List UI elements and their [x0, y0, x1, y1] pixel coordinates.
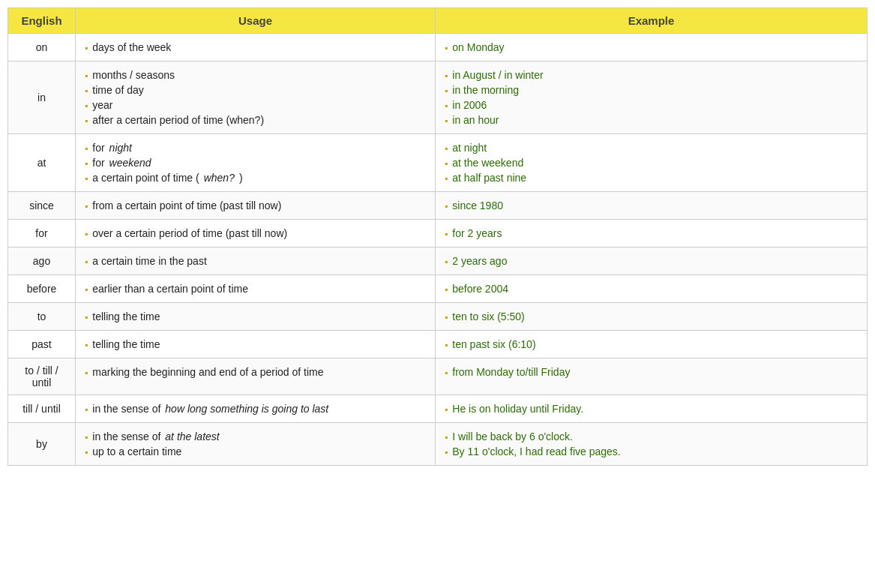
example-item: at the weekend	[445, 155, 858, 170]
usage-cell: days of the week	[76, 34, 436, 62]
usage-item: year	[85, 98, 426, 112]
english-cell: on	[8, 34, 76, 62]
usage-item: earlier than a certain point of time	[85, 281, 426, 296]
usage-cell: in the sense of how long something is go…	[76, 395, 436, 423]
usage-item: telling the time	[85, 309, 426, 324]
usage-item: up to a certain time	[85, 444, 426, 459]
usage-cell: over a certain period of time (past till…	[76, 220, 436, 248]
usage-item: in the sense of at the latest	[85, 429, 426, 444]
example-cell: at nightat the weekendat half past nine	[436, 134, 868, 192]
english-cell: to / till / until	[8, 358, 76, 395]
usage-cell: months / seasonstime of dayyearafter a c…	[76, 62, 436, 134]
usage-cell: in the sense of at the latestup to a cer…	[76, 423, 436, 466]
example-cell: since 1980	[436, 192, 868, 220]
usage-cell: telling the time	[76, 303, 436, 331]
example-item: on Monday	[445, 40, 858, 55]
example-item: 2 years ago	[445, 254, 858, 268]
table-row: inmonths / seasonstime of dayyearafter a…	[8, 62, 868, 134]
english-cell: ago	[8, 248, 76, 275]
example-item: in August / in winter	[445, 68, 858, 82]
example-cell: I will be back by 6 o'clock.By 11 o'cloc…	[436, 423, 868, 466]
usage-item: time of day	[85, 82, 426, 98]
example-item: ten past six (6:10)	[445, 337, 858, 352]
example-cell: for 2 years	[436, 220, 868, 248]
table-row: totelling the timeten to six (5:50)	[8, 303, 868, 331]
example-cell: ten past six (6:10)	[436, 331, 868, 358]
example-cell: before 2004	[436, 275, 868, 303]
english-cell: by	[8, 423, 76, 466]
example-item: from Monday to/till Friday	[445, 364, 858, 380]
usage-cell: for nightfor weekenda certain point of t…	[76, 134, 436, 192]
usage-item: for weekend	[85, 155, 426, 170]
usage-cell: a certain time in the past	[76, 248, 436, 275]
usage-cell: telling the time	[76, 331, 436, 358]
english-cell: till / until	[8, 395, 76, 423]
english-cell: in	[8, 62, 76, 134]
header-example: Example	[436, 8, 868, 34]
usage-item: after a certain period of time (when?)	[85, 112, 426, 128]
usage-item: over a certain period of time (past till…	[85, 226, 426, 241]
header-english: English	[8, 8, 76, 34]
table-row: agoa certain time in the past2 years ago	[8, 248, 868, 275]
table-row: pasttelling the timeten past six (6:10)	[8, 331, 868, 358]
usage-item: from a certain point of time (past till …	[85, 198, 426, 213]
table-row: sincefrom a certain point of time (past …	[8, 192, 868, 220]
example-item: in an hour	[445, 112, 858, 128]
table-row: beforeearlier than a certain point of ti…	[8, 275, 868, 303]
example-item: in the morning	[445, 82, 858, 98]
english-cell: to	[8, 303, 76, 331]
example-cell: in August / in winterin the morningin 20…	[436, 62, 868, 134]
usage-cell: from a certain point of time (past till …	[76, 192, 436, 220]
usage-item: days of the week	[85, 40, 426, 55]
english-cell: past	[8, 331, 76, 358]
table-row: till / untilin the sense of how long som…	[8, 395, 868, 423]
english-cell: for	[8, 220, 76, 248]
usage-item: a certain point of time (when?)	[85, 170, 426, 185]
english-cell: before	[8, 275, 76, 303]
usage-item: months / seasons	[85, 68, 426, 82]
example-item: at night	[445, 140, 858, 155]
example-cell: on Monday	[436, 34, 868, 62]
usage-cell: marking the beginning and end of a perio…	[76, 358, 436, 395]
table-row: byin the sense of at the latestup to a c…	[8, 423, 868, 466]
table-row: to / till / untilmarking the beginning a…	[8, 358, 868, 395]
prepositions-table: English Usage Example ondays of the week…	[7, 8, 868, 466]
table-row: forover a certain period of time (past t…	[8, 220, 868, 248]
usage-cell: earlier than a certain point of time	[76, 275, 436, 303]
header-usage: Usage	[76, 8, 436, 34]
example-item: for 2 years	[445, 226, 858, 241]
example-item: He is on holiday until Friday.	[445, 401, 858, 416]
usage-item: telling the time	[85, 337, 426, 352]
usage-item: in the sense of how long something is go…	[85, 401, 426, 416]
example-item: in 2006	[445, 98, 858, 112]
example-cell: ten to six (5:50)	[436, 303, 868, 331]
english-cell: since	[8, 192, 76, 220]
example-item: I will be back by 6 o'clock.	[445, 429, 858, 444]
example-item: before 2004	[445, 281, 858, 296]
table-row: atfor nightfor weekenda certain point of…	[8, 134, 868, 192]
table-row: ondays of the weekon Monday	[8, 34, 868, 62]
example-cell: He is on holiday until Friday.	[436, 395, 868, 423]
example-item: at half past nine	[445, 170, 858, 185]
usage-item: marking the beginning and end of a perio…	[85, 364, 426, 380]
english-cell: at	[8, 134, 76, 192]
example-item: since 1980	[445, 198, 858, 213]
example-cell: 2 years ago	[436, 248, 868, 275]
example-item: ten to six (5:50)	[445, 309, 858, 324]
usage-item: a certain time in the past	[85, 254, 426, 268]
example-cell: from Monday to/till Friday	[436, 358, 868, 395]
usage-item: for night	[85, 140, 426, 155]
example-item: By 11 o'clock, I had read five pages.	[445, 444, 858, 459]
